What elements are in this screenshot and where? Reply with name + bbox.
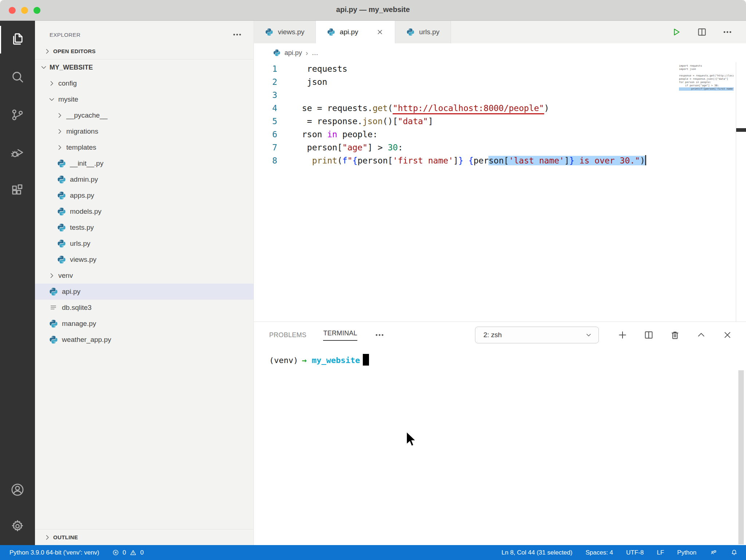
python-file-icon	[265, 28, 274, 36]
window-title: api.py — my_website	[0, 5, 746, 14]
cursor-position-status[interactable]: Ln 8, Col 44 (31 selected)	[502, 549, 573, 556]
activity-extensions[interactable]	[0, 172, 35, 210]
tree-item-label: config	[58, 79, 77, 87]
chevron-right-icon	[43, 47, 52, 56]
panel-scrollbar[interactable]	[738, 370, 744, 544]
panel-more-actions-icon[interactable]	[374, 330, 385, 340]
tree-item-venv[interactable]: venv	[35, 268, 254, 284]
python-file-icon	[57, 223, 66, 232]
error-icon	[112, 549, 119, 556]
tree-item-label: views.py	[70, 256, 97, 264]
tree-item-db.sqlite3[interactable]: db.sqlite3	[35, 300, 254, 316]
code-line[interactable]: 5 = response.json()["data"]	[254, 115, 746, 128]
terminal-prompt[interactable]: (venv)→my_website	[254, 354, 746, 367]
breadcrumb-file[interactable]: api.py	[284, 49, 302, 57]
breadcrumb-more[interactable]: …	[312, 49, 318, 57]
maximize-panel-icon[interactable]	[696, 330, 707, 340]
tab-urls.py[interactable]: urls.py	[395, 21, 451, 43]
tree-item-apps.py[interactable]: apps.py	[35, 188, 254, 204]
tree-item-templates[interactable]: templates	[35, 139, 254, 155]
tab-problems[interactable]: PROBLEMS	[269, 331, 306, 339]
source-control-icon	[10, 107, 25, 124]
line-number: 3	[254, 88, 288, 102]
activity-bar	[0, 21, 35, 545]
language-mode-status[interactable]: Python	[677, 549, 696, 556]
code-token: }	[458, 156, 463, 165]
file-tree: configmysite__pycache__migrationstemplat…	[35, 75, 254, 348]
tree-item-admin.py[interactable]: admin.py	[35, 171, 254, 188]
explorer-more-actions-icon[interactable]	[232, 29, 243, 40]
panel-action-icons	[617, 330, 733, 340]
tab-api.py[interactable]: api.py	[316, 21, 395, 43]
tree-item-migrations[interactable]: migrations	[35, 123, 254, 139]
problems-status[interactable]: 0 0	[112, 549, 144, 556]
open-editors-section[interactable]: OPEN EDITORS	[35, 43, 254, 59]
tree-item-tests.py[interactable]: tests.py	[35, 220, 254, 236]
close-tab-icon[interactable]	[376, 28, 384, 36]
code-line[interactable]: 8 print(f"{person['first name']} {person…	[254, 154, 746, 167]
tree-item-label: __pycache__	[66, 111, 107, 119]
tree-item-weather_app.py[interactable]: weather_app.py	[35, 332, 254, 348]
code-line[interactable]: 7 person["age"] > 30:	[254, 141, 746, 154]
code-line[interactable]: 6rson in people:	[254, 128, 746, 141]
split-terminal-icon[interactable]	[643, 330, 654, 340]
activity-settings[interactable]	[0, 509, 35, 545]
tree-item-config[interactable]: config	[35, 75, 254, 91]
tree-item-__pycache__[interactable]: __pycache__	[35, 107, 254, 123]
tab-label: views.py	[278, 28, 305, 36]
code-token: ]	[564, 156, 569, 165]
chevron-right-icon	[55, 127, 64, 136]
eol-status[interactable]: LF	[657, 549, 664, 556]
python-file-icon	[49, 287, 58, 296]
tab-label: api.py	[340, 28, 358, 36]
code-editor[interactable]: 1 requests2 json34se = requests.get("htt…	[254, 62, 746, 322]
activity-account[interactable]	[0, 472, 35, 509]
code-line[interactable]: 2 json	[254, 75, 746, 88]
tree-item-views.py[interactable]: views.py	[35, 252, 254, 268]
code-line[interactable]: 4se = requests.get("http://localhost:800…	[254, 102, 746, 115]
code-token: get	[373, 103, 388, 113]
feedback-icon[interactable]	[710, 549, 717, 556]
code-token: requests	[302, 64, 348, 74]
activity-source-control[interactable]	[0, 96, 35, 134]
minimap[interactable]: import requestsimport jsonresponse = req…	[679, 64, 734, 91]
tree-item-mysite[interactable]: mysite	[35, 91, 254, 107]
tree-item-label: mysite	[58, 95, 78, 103]
tree-item-label: templates	[66, 143, 96, 151]
kill-terminal-icon[interactable]	[670, 330, 680, 340]
minimap-line: import requests	[679, 64, 734, 68]
close-panel-icon[interactable]	[722, 330, 733, 340]
tree-item-__init__.py[interactable]: __init__.py	[35, 155, 254, 171]
notifications-bell-icon[interactable]	[730, 549, 738, 556]
tab-terminal[interactable]: TERMINAL	[323, 330, 357, 341]
code-token: (	[337, 156, 342, 165]
code-line[interactable]: 1 requests	[254, 62, 746, 75]
indentation-status[interactable]: Spaces: 4	[585, 549, 613, 556]
python-interpreter-status[interactable]: Python 3.9.0 64-bit ('venv': venv)	[9, 549, 99, 556]
tree-item-urls.py[interactable]: urls.py	[35, 236, 254, 252]
code-line[interactable]: 3	[254, 88, 746, 102]
tab-bar: views.pyapi.pyurls.py	[254, 21, 746, 43]
outline-section[interactable]: OUTLINE	[35, 529, 254, 545]
terminal-shell-select[interactable]: 2: zsh	[475, 327, 599, 343]
tree-item-models.py[interactable]: models.py	[35, 204, 254, 220]
more-actions-icon[interactable]	[722, 27, 733, 38]
workspace-root-row[interactable]: MY_WEBSITE	[35, 59, 254, 75]
tree-item-manage.py[interactable]: manage.py	[35, 316, 254, 332]
split-editor-icon[interactable]	[696, 27, 707, 38]
minimap-line: if person["age"] > 30:	[679, 84, 734, 87]
activity-run-debug[interactable]	[0, 134, 35, 172]
activity-search[interactable]	[0, 59, 35, 96]
activity-explorer[interactable]	[0, 21, 35, 59]
code-token: 'last name'	[509, 156, 564, 165]
new-terminal-icon[interactable]	[617, 330, 628, 340]
encoding-status[interactable]: UTF-8	[626, 549, 644, 556]
tab-views.py[interactable]: views.py	[254, 21, 316, 43]
overview-ruler	[736, 62, 736, 322]
code-token: {	[468, 156, 474, 165]
code-text: requests	[288, 62, 348, 75]
code-token: = response.	[302, 117, 362, 126]
tree-item-api.py[interactable]: api.py	[35, 284, 254, 300]
run-icon[interactable]	[671, 27, 682, 38]
python-file-icon	[57, 207, 66, 216]
